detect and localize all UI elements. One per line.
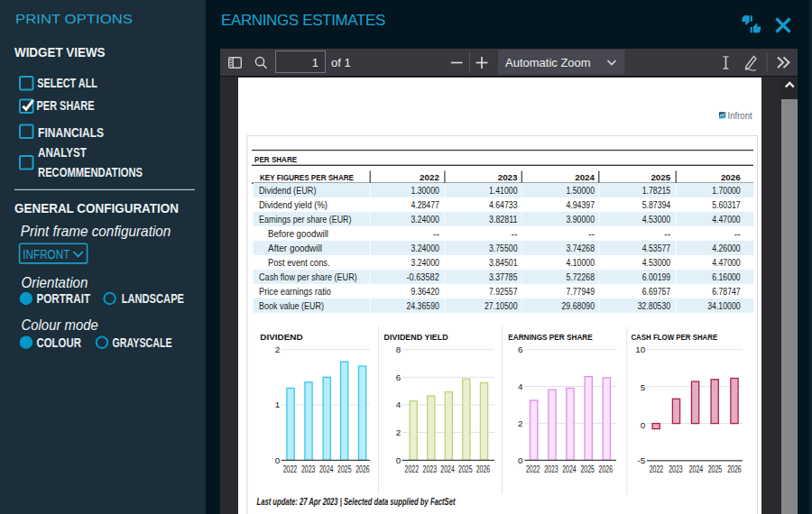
svg-text:2026: 2026 (355, 464, 370, 474)
svg-text:0: 0 (396, 455, 401, 465)
svg-text:1.70000: 1.70000 (712, 186, 741, 196)
svg-text:32.80530: 32.80530 (638, 301, 671, 311)
svg-text:5: 5 (641, 382, 646, 392)
svg-text:2025: 2025 (708, 464, 723, 474)
svg-text:2026: 2026 (476, 464, 491, 474)
svg-text:6.00199: 6.00199 (642, 272, 671, 282)
svg-text:6.16000: 6.16000 (712, 272, 741, 282)
svg-text:2026: 2026 (721, 172, 741, 182)
svg-text:4.47000: 4.47000 (712, 215, 741, 225)
svg-text:Cash flow per share (EUR): Cash flow per share (EUR) (259, 271, 357, 282)
svg-text:6: 6 (518, 344, 523, 354)
svg-text:24.36590: 24.36590 (406, 301, 439, 311)
svg-text:4: 4 (518, 381, 523, 391)
svg-text:1.30000: 1.30000 (411, 186, 439, 196)
svg-text:4.53000: 4.53000 (642, 215, 671, 225)
svg-text:4.53000: 4.53000 (642, 258, 671, 268)
svg-text:2: 2 (518, 418, 523, 428)
svg-text:3.24000: 3.24000 (411, 243, 439, 253)
svg-text:2023: 2023 (301, 464, 316, 474)
svg-text:7.92557: 7.92557 (489, 287, 518, 297)
svg-text:Book value (EUR): Book value (EUR) (259, 300, 324, 311)
svg-text:3.24000: 3.24000 (411, 258, 439, 268)
svg-text:2022: 2022 (420, 172, 439, 182)
svg-text:Post event cons.: Post event cons. (268, 257, 330, 268)
svg-text:2024: 2024 (440, 464, 455, 474)
svg-text:INFRONT: INFRONT (23, 246, 69, 262)
svg-text:--: -- (588, 229, 595, 239)
svg-text:2023: 2023 (669, 464, 683, 474)
svg-text:SELECT ALL: SELECT ALL (37, 75, 97, 90)
svg-text:Automatic Zoom: Automatic Zoom (505, 56, 591, 69)
svg-text:3.24000: 3.24000 (411, 215, 439, 225)
svg-text:PER SHARE: PER SHARE (37, 97, 95, 113)
svg-text:9.36420: 9.36420 (411, 287, 439, 297)
svg-text:COLOUR: COLOUR (37, 335, 81, 350)
svg-text:0: 0 (518, 455, 523, 465)
svg-text:GRAYSCALE: GRAYSCALE (113, 335, 172, 350)
svg-text:2025: 2025 (458, 464, 473, 474)
svg-text:ANALYST: ANALYST (38, 144, 87, 160)
svg-text:3.37785: 3.37785 (489, 272, 518, 282)
svg-text:EARNINGS PER SHARE: EARNINGS PER SHARE (508, 332, 593, 342)
svg-text:2022: 2022 (405, 464, 420, 474)
svg-text:2: 2 (275, 344, 281, 354)
svg-text:LANDSCAPE: LANDSCAPE (122, 291, 184, 306)
svg-text:0: 0 (641, 420, 646, 430)
svg-text:2022: 2022 (650, 464, 664, 474)
svg-text:GENERAL CONFIGURATION: GENERAL CONFIGURATION (14, 200, 179, 216)
svg-text:--: -- (512, 229, 518, 239)
svg-text:Last update: 27 Apr 2023 | Sel: Last update: 27 Apr 2023 | Selected data… (257, 496, 457, 507)
svg-text:4.64733: 4.64733 (489, 200, 518, 210)
svg-text:-0.63582: -0.63582 (406, 272, 439, 282)
svg-text:6.78747: 6.78747 (712, 287, 741, 297)
svg-text:Dividend (EUR): Dividend (EUR) (259, 185, 317, 196)
svg-text:2025: 2025 (651, 172, 670, 182)
svg-text:3.90000: 3.90000 (567, 215, 595, 225)
svg-text:Infront: Infront (728, 110, 752, 121)
svg-text:2023: 2023 (498, 172, 518, 182)
svg-text:3.75500: 3.75500 (489, 243, 518, 253)
svg-text:4.26000: 4.26000 (712, 243, 741, 253)
svg-text:10: 10 (635, 344, 645, 354)
svg-text:2026: 2026 (727, 464, 742, 474)
svg-text:2024: 2024 (689, 464, 704, 474)
svg-text:--: -- (734, 229, 741, 239)
svg-text:5.72268: 5.72268 (567, 272, 595, 282)
svg-text:DIVIDEND: DIVIDEND (260, 332, 302, 342)
svg-text:Earnings per share (EUR): Earnings per share (EUR) (259, 214, 352, 225)
svg-text:2026: 2026 (599, 464, 614, 474)
svg-text:0: 0 (275, 455, 281, 465)
svg-text:4.94397: 4.94397 (567, 200, 595, 210)
svg-text:PORTRAIT: PORTRAIT (37, 291, 91, 306)
svg-text:1.50000: 1.50000 (567, 186, 595, 196)
svg-text:2024: 2024 (575, 172, 595, 182)
svg-text:DIVIDEND YIELD: DIVIDEND YIELD (384, 332, 448, 342)
svg-text:--: -- (433, 229, 439, 239)
svg-text:5.87394: 5.87394 (642, 200, 671, 210)
svg-text:4.47000: 4.47000 (712, 258, 741, 268)
svg-text:2022: 2022 (283, 464, 298, 474)
svg-text:PRINT OPTIONS: PRINT OPTIONS (15, 11, 133, 26)
svg-text:WIDGET VIEWS: WIDGET VIEWS (14, 44, 106, 60)
svg-text:--: -- (664, 229, 670, 239)
svg-text:Orientation: Orientation (22, 274, 88, 291)
svg-text:2024: 2024 (562, 464, 577, 474)
svg-text:FINANCIALS: FINANCIALS (38, 124, 104, 140)
svg-text:2024: 2024 (319, 464, 334, 474)
svg-text:4.53577: 4.53577 (642, 243, 671, 253)
svg-text:2: 2 (396, 427, 401, 437)
svg-text:3.82811: 3.82811 (489, 215, 518, 225)
svg-text:of 1: of 1 (331, 56, 351, 69)
svg-text:3.74268: 3.74268 (567, 243, 595, 253)
svg-text:PER SHARE: PER SHARE (254, 154, 298, 164)
svg-text:Dividend yield (%): Dividend yield (%) (259, 199, 328, 210)
svg-text:1: 1 (275, 399, 281, 409)
svg-text:After goodwill: After goodwill (268, 243, 322, 253)
svg-text:Before goodwill: Before goodwill (268, 228, 328, 239)
svg-text:1.41000: 1.41000 (489, 186, 518, 196)
svg-text:2022: 2022 (526, 464, 540, 474)
svg-text:KEY FIGURES PER SHARE: KEY FIGURES PER SHARE (260, 172, 354, 182)
svg-text:27.10500: 27.10500 (484, 301, 518, 311)
svg-text:34.10000: 34.10000 (707, 301, 741, 311)
